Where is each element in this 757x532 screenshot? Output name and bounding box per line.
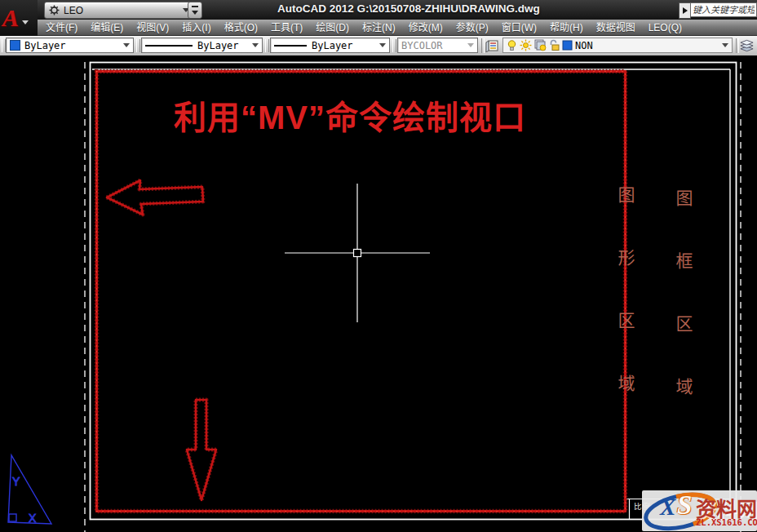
- watermark-site-url: ZL.XS1616.COM: [696, 517, 757, 527]
- menu-item-parametric[interactable]: 参数(P): [449, 20, 495, 36]
- title-bar: LEO AutoCAD 2012 G:\20150708-ZHIHU\DRAWI…: [0, 0, 757, 20]
- layer-freeze-icon: [534, 39, 547, 51]
- linetype-control-dropdown[interactable]: ByLayer: [141, 38, 263, 53]
- linetype-control-value: ByLayer: [197, 40, 239, 51]
- left-arrow: [107, 180, 203, 215]
- plotstyle-control-value: BYCOLOR: [401, 40, 443, 51]
- menu-item-draw[interactable]: 绘图(D): [309, 20, 356, 36]
- sun-icon: [520, 39, 532, 51]
- ucs-paperspace-icon: X Y: [8, 455, 51, 525]
- drawing-canvas[interactable]: X Y 利用“MV”命令绘制视口 图形区域 图框区域 比例 X S 资料网 ZL…: [0, 55, 757, 532]
- layer-states-icon: [739, 39, 755, 52]
- search-input[interactable]: [690, 2, 757, 17]
- chevron-down-icon: [22, 20, 29, 24]
- menu-item-window[interactable]: 窗口(W): [495, 20, 543, 36]
- graphic-area-label: 图形区域: [613, 186, 637, 437]
- menu-item-edit[interactable]: 编辑(E): [84, 20, 130, 36]
- menu-item-tools[interactable]: 工具(T): [264, 20, 309, 36]
- menu-item-dataview[interactable]: 数据视图: [590, 20, 642, 36]
- watermark-logo-s: S: [677, 490, 692, 521]
- autocad-logo: A: [2, 2, 19, 34]
- menu-item-file[interactable]: 文件(F): [39, 20, 84, 36]
- svg-text:X: X: [29, 512, 37, 525]
- gear-icon: [49, 5, 60, 16]
- layer-control-dropdown[interactable]: NON: [502, 38, 733, 53]
- svg-text:Y: Y: [12, 475, 20, 488]
- color-control-value: ByLayer: [24, 40, 66, 51]
- bulb-icon: [507, 39, 517, 51]
- menu-item-view[interactable]: 视图(V): [130, 20, 175, 36]
- watermark: X S 资料网 ZL.XS1616.COM: [642, 490, 757, 531]
- properties-toolbar: ByLayer ByLayer ByLayer BYCOLOR: [0, 36, 757, 56]
- lineweight-control-value: ByLayer: [312, 40, 353, 51]
- app-menu-button[interactable]: A: [0, 0, 38, 36]
- menu-item-dimension[interactable]: 标注(N): [356, 20, 402, 36]
- lineweight-control-dropdown[interactable]: ByLayer: [270, 38, 390, 53]
- crosshair-cursor: [285, 184, 430, 322]
- menu-item-modify[interactable]: 修改(M): [402, 20, 449, 36]
- color-swatch-icon: [10, 40, 20, 51]
- unlock-icon: [549, 39, 560, 51]
- menu-item-help[interactable]: 帮助(H): [543, 20, 590, 36]
- toolbar-grip[interactable]: [392, 39, 396, 52]
- autocad-window: LEO AutoCAD 2012 G:\20150708-ZHIHU\DRAWI…: [0, 0, 757, 532]
- chevron-down-icon: [252, 43, 259, 47]
- layer-control-value: NON: [575, 40, 593, 51]
- chevron-down-icon: [467, 43, 474, 47]
- layer-states-button[interactable]: [739, 38, 755, 53]
- search-go-button[interactable]: [679, 2, 691, 19]
- annotation-title: 利用“MV”命令绘制视口: [174, 91, 526, 139]
- window-title: AutoCAD 2012 G:\20150708-ZHIHU\DRAWING.d…: [277, 2, 540, 15]
- chevron-down-icon: [123, 43, 130, 47]
- color-control-dropdown[interactable]: ByLayer: [6, 38, 134, 53]
- qat-expand-button[interactable]: [188, 2, 202, 19]
- chevron-down-icon: [192, 11, 198, 15]
- menu-bar: 文件(F) 编辑(E) 视图(V) 插入(I) 格式(O) 工具(T) 绘图(D…: [0, 20, 757, 36]
- frame-area-label: 图框区域: [671, 189, 695, 441]
- workspace-label: LEO: [64, 5, 83, 16]
- chevron-down-icon: [722, 43, 728, 47]
- chevron-down-icon: [379, 43, 386, 47]
- menu-item-insert[interactable]: 插入(I): [175, 20, 217, 36]
- menu-item-format[interactable]: 格式(O): [218, 20, 264, 36]
- plotstyle-control-dropdown[interactable]: BYCOLOR: [397, 38, 478, 53]
- down-arrow: [187, 400, 216, 500]
- search-go-icon: [683, 7, 688, 14]
- quick-access-toolbar[interactable]: LEO: [44, 2, 194, 19]
- layer-properties-button[interactable]: [485, 38, 500, 53]
- menu-item-leo[interactable]: LEO(Q): [642, 20, 688, 36]
- lineweight-sample: [274, 45, 307, 47]
- linetype-sample: [145, 45, 193, 47]
- toolbar-grip[interactable]: [136, 39, 140, 52]
- layer-properties-icon: [485, 39, 499, 52]
- toolbar-grip[interactable]: [265, 39, 269, 52]
- layer-color-swatch-icon: [562, 40, 573, 51]
- watermark-logo-x: X: [660, 494, 675, 521]
